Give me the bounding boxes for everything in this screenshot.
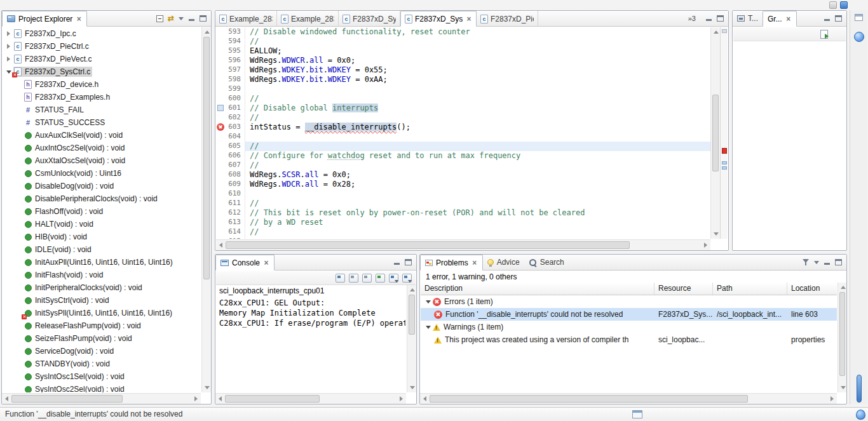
code-line[interactable]: 601// Disable global interrupts xyxy=(216,104,710,113)
view-menu-icon[interactable] xyxy=(179,17,184,20)
collapse-arrow-icon[interactable] xyxy=(423,295,433,308)
tab-project-explorer[interactable]: Project Explorer xyxy=(2,11,87,27)
problem-group-row[interactable]: Errors (1 item) xyxy=(421,295,837,308)
scroll-up-button[interactable] xyxy=(407,285,417,295)
scroll-track[interactable] xyxy=(711,37,720,229)
code-line[interactable]: 602// xyxy=(216,113,710,123)
scroll-right-button[interactable] xyxy=(827,394,837,403)
scroll-track[interactable] xyxy=(226,240,701,250)
tree-item[interactable]: InitAuxPll(Uint16, Uint16, Uint16, Uint1… xyxy=(3,256,201,269)
tree-item[interactable]: SeizeFlashPump(void) : void xyxy=(3,332,201,345)
scroll-down-button[interactable] xyxy=(407,383,417,392)
link-with-editor-icon[interactable] xyxy=(168,15,174,22)
tab-console[interactable]: Console xyxy=(215,255,275,271)
collapse-all-icon[interactable] xyxy=(156,15,163,22)
notification-orb-icon[interactable] xyxy=(856,410,865,420)
tab-problems[interactable]: Problems xyxy=(420,255,483,271)
scroll-lock-icon[interactable] xyxy=(349,274,358,283)
minimize-icon[interactable] xyxy=(824,15,831,22)
tree-item[interactable]: InitFlash(void) : void xyxy=(3,269,201,281)
scroll-track[interactable] xyxy=(225,394,397,404)
tab-search[interactable]: Search xyxy=(524,255,569,270)
occurrence-overview-marker-icon[interactable] xyxy=(722,166,727,170)
scroll-track[interactable] xyxy=(838,292,846,383)
column-header-description[interactable]: Description xyxy=(421,283,654,295)
tree-item[interactable]: FlashOff(void) : void xyxy=(3,205,201,218)
editor-tab[interactable]: Example_283... xyxy=(215,11,277,27)
problem-row[interactable]: This project was created using a version… xyxy=(421,333,837,346)
console-output[interactable]: C28xx_CPU1: GEL Output:Memory Map Initia… xyxy=(217,298,405,392)
display-console-dropdown-icon[interactable] xyxy=(389,274,398,283)
scroll-thumb[interactable] xyxy=(226,241,630,249)
tab-advice[interactable]: Advice xyxy=(483,255,524,270)
editor-hscrollbar[interactable] xyxy=(216,239,710,250)
code-line[interactable]: 605// xyxy=(216,142,710,151)
code-line[interactable]: 607// xyxy=(216,161,710,170)
editor-tab[interactable]: Example_283... xyxy=(277,11,339,27)
maximize-icon[interactable] xyxy=(835,259,842,265)
explorer-vscrollbar[interactable] xyxy=(201,27,211,392)
error-overview-marker-icon[interactable] xyxy=(722,148,727,154)
tree-item[interactable]: InitSysPll(Uint16, Uint16, Uint16, Uint1… xyxy=(3,307,201,319)
tree-item[interactable]: ReleaseFlashPump(void) : void xyxy=(3,319,201,332)
problems-hscrollbar[interactable] xyxy=(420,393,837,404)
scroll-right-button[interactable] xyxy=(397,394,406,403)
maximize-icon[interactable] xyxy=(405,259,412,265)
tree-item[interactable]: DisablePeripheralClocks(void) : void xyxy=(3,192,201,205)
tree-item[interactable]: CsmUnlock(void) : Uint16 xyxy=(3,167,201,180)
window-icon[interactable] xyxy=(829,1,837,9)
scroll-up-button[interactable] xyxy=(202,27,212,37)
scroll-track[interactable] xyxy=(430,394,827,404)
status-window-icon[interactable] xyxy=(632,410,642,418)
tree-item[interactable]: STATUS_FAIL xyxy=(3,104,201,116)
scroll-left-button[interactable] xyxy=(215,394,225,403)
tree-item[interactable]: HALT(void) : void xyxy=(3,218,201,231)
editor-tab[interactable]: F2837xD_Pie... xyxy=(477,11,538,27)
tree-item[interactable]: InitPeripheralClocks(void) : void xyxy=(3,281,201,294)
scroll-down-button[interactable] xyxy=(202,383,212,392)
close-icon[interactable] xyxy=(466,15,472,23)
tree-item[interactable]: F2837xD_Examples.h xyxy=(3,91,201,104)
app-icon[interactable] xyxy=(840,1,848,9)
tree-item[interactable]: AuxIntOsc2Sel(void) : void xyxy=(3,142,201,154)
code-line[interactable]: 604 xyxy=(216,132,710,142)
close-icon[interactable] xyxy=(263,259,269,267)
editor-tab[interactable]: F2837xD_Sys... xyxy=(400,11,477,27)
tree-item[interactable]: AuxAuxClkSel(void) : void xyxy=(3,129,201,142)
scroll-thumb[interactable] xyxy=(203,37,210,279)
code-line[interactable]: 594// xyxy=(216,37,710,46)
problem-group-row[interactable]: Warnings (1 item) xyxy=(421,321,837,333)
occurrence-overview-marker-icon[interactable] xyxy=(722,161,727,164)
scroll-left-button[interactable] xyxy=(420,394,430,403)
tree-item[interactable]: DisableDog(void) : void xyxy=(3,180,201,192)
tree-item[interactable]: SysIntOsc1Sel(void) : void xyxy=(3,370,201,383)
scroll-down-button[interactable] xyxy=(838,383,848,392)
code-line[interactable]: 610 xyxy=(216,189,710,199)
tab-grace[interactable]: Gr... xyxy=(763,11,797,27)
tree-item[interactable]: F2837xD_device.h xyxy=(3,78,201,91)
code-line[interactable]: 606// Configure for watchdog reset and t… xyxy=(216,151,710,161)
tree-item[interactable]: ServiceDog(void) : void xyxy=(3,345,201,358)
overview-ruler[interactable] xyxy=(720,27,728,239)
tab-target[interactable]: T... xyxy=(733,11,763,26)
tree-item[interactable]: STANDBY(void) : void xyxy=(3,358,201,370)
tree-item[interactable]: STATUS_SUCCESS xyxy=(3,116,201,129)
tree-item[interactable]: F2837xD_PieCtrl.c xyxy=(3,40,201,53)
code-line[interactable]: 600// xyxy=(216,94,710,104)
problems-vscrollbar[interactable] xyxy=(837,283,846,392)
code-line[interactable]: 597WdRegs.WDKEY.bit.WDKEY = 0x55; xyxy=(216,65,710,75)
collapse-arrow-icon[interactable] xyxy=(423,321,433,333)
code-line[interactable]: 609WdRegs.WDCR.all = 0x28; xyxy=(216,180,710,189)
collapsed-arrow-icon[interactable] xyxy=(4,40,13,53)
minimize-icon[interactable] xyxy=(824,259,831,266)
scroll-left-button[interactable] xyxy=(2,394,11,403)
restore-view-icon[interactable] xyxy=(855,14,863,21)
tree-item[interactable]: HIB(void) : void xyxy=(3,231,201,243)
minimize-icon[interactable] xyxy=(393,259,400,266)
word-wrap-icon[interactable] xyxy=(362,274,372,283)
help-orb-icon[interactable] xyxy=(854,32,864,42)
code-line[interactable]: 612// This bit is reset only by power-on… xyxy=(216,208,710,218)
scroll-track[interactable] xyxy=(11,394,191,404)
tree-item[interactable]: F2837xD_PieVect.c xyxy=(3,53,201,65)
filter-icon[interactable] xyxy=(802,258,810,266)
